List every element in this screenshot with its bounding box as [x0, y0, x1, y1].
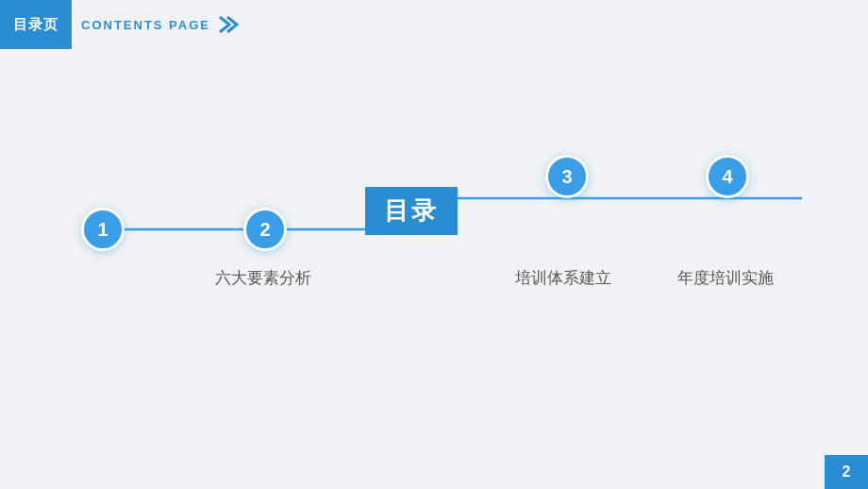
mulu-box: 目录	[365, 187, 458, 235]
node-4: 4	[706, 155, 749, 198]
node-3: 3	[545, 155, 589, 198]
timeline-container: 目录 1 2 3 4 六大要素分析 培训体系建立 年度培训实施	[0, 132, 868, 321]
label-node2: 六大要素分析	[215, 267, 311, 289]
label-node3: 培训体系建立	[515, 267, 611, 289]
header-arrow-icon	[216, 11, 242, 38]
page-number: 2	[825, 455, 868, 489]
header-bar: 目录页 CONTENTS PAGE	[0, 0, 292, 49]
node-1: 1	[81, 208, 125, 251]
label-node4: 年度培训实施	[677, 267, 774, 289]
header-chinese-title: 目录页	[0, 0, 72, 49]
header-english-title: CONTENTS PAGE	[81, 18, 210, 32]
node-2: 2	[243, 208, 287, 251]
